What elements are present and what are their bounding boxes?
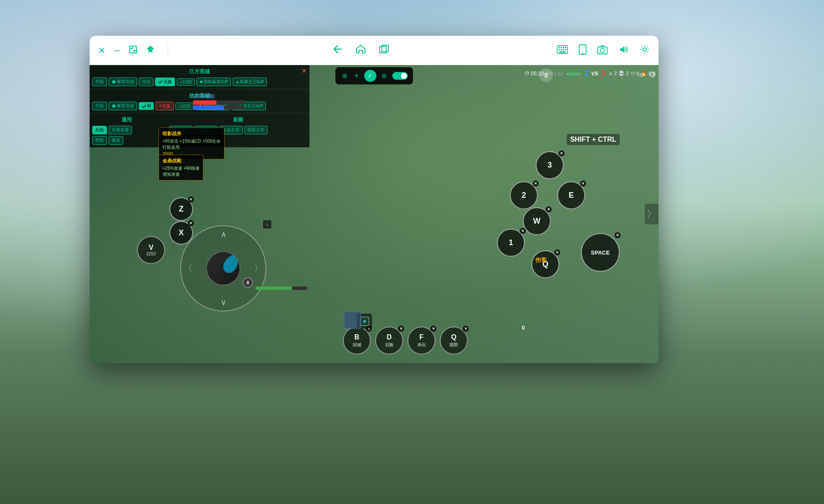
divider xyxy=(168,44,168,57)
joystick-left[interactable]: 〈 xyxy=(184,263,192,274)
space-close[interactable]: ✕ xyxy=(615,232,621,238)
skille-close[interactable]: ✕ xyxy=(580,180,586,187)
btn-monsters[interactable]: 野怪 xyxy=(92,136,107,145)
skill-1-button[interactable]: 1 ✕ xyxy=(497,229,525,257)
hud-grid-icon[interactable]: ⊞ xyxy=(340,72,349,80)
skill-f-button[interactable]: F 净化 ✕ xyxy=(408,327,436,355)
copy-icon[interactable] xyxy=(379,44,389,56)
enemy-health-bar: 项羽[电脑] xyxy=(193,93,245,110)
refresh-title: 刷新 xyxy=(169,115,307,125)
joystick-corner-icon[interactable]: ⤡ xyxy=(262,220,272,229)
joystick-right[interactable]: 〉 xyxy=(254,263,262,274)
svg-rect-14 xyxy=(561,49,562,50)
joystick[interactable]: ∧ ∨ 〈 〉 ⤡ xyxy=(180,225,266,311)
skill3-close[interactable]: ✕ xyxy=(559,150,565,156)
score-vs: VS xyxy=(591,71,598,77)
home-icon[interactable] xyxy=(356,44,366,56)
ally-upgrade-btn[interactable]: 升级 xyxy=(92,78,107,86)
hud-add-icon[interactable]: + xyxy=(353,71,361,81)
svg-rect-1 xyxy=(134,50,137,53)
right-panel-arrow[interactable]: 〉 xyxy=(645,204,659,224)
svg-point-28 xyxy=(363,320,366,323)
enemy-mp-fill xyxy=(193,106,224,110)
screenshot-icon[interactable] xyxy=(597,45,608,56)
tablet-icon[interactable] xyxy=(579,44,587,57)
skill-q-vision-button[interactable]: Q 视野 ✕ xyxy=(440,327,468,355)
item-slot-btn[interactable] xyxy=(344,311,361,329)
joystick-highlight xyxy=(221,252,240,276)
enemy-invincible-btn[interactable]: ✕无敌 xyxy=(156,102,174,110)
skillq-close[interactable]: ✕ xyxy=(554,249,560,255)
hud-check-button[interactable]: ✓ xyxy=(364,70,376,82)
joystick-up[interactable]: ∧ xyxy=(221,230,226,239)
btn-troops[interactable]: 兵线 xyxy=(92,126,107,134)
main-window: ✕ ─ xyxy=(90,36,659,363)
skill-2-button[interactable]: 2 ✕ xyxy=(510,181,538,209)
panel-close-button[interactable]: ✕ xyxy=(301,67,307,75)
skill-b-button[interactable]: B 回城 ✕ xyxy=(343,327,371,355)
ally-buff1-btn[interactable]: 黑暗暮君buff xyxy=(197,78,231,86)
btn-vanguard[interactable]: 先锋来袭 xyxy=(109,126,132,134)
general-row2: 野怪 暴君 xyxy=(92,135,161,146)
tooltip1-title: 暗影战斧 xyxy=(162,131,221,137)
svg-point-22 xyxy=(643,48,646,51)
svg-point-19 xyxy=(582,52,584,53)
minimize-icon[interactable]: ─ xyxy=(114,46,120,56)
ally-cooldown-btn[interactable]: 冷却 xyxy=(139,78,153,86)
skill-w-button[interactable]: W ✕ xyxy=(523,207,551,235)
z-close[interactable]: ✕ xyxy=(188,196,194,202)
skill2-close[interactable]: ✕ xyxy=(533,180,539,187)
pin-icon[interactable] xyxy=(146,45,155,56)
btn-shadow[interactable]: 暗影主宰 xyxy=(244,126,268,134)
divider2 xyxy=(552,44,552,57)
damage-counter: 伤害 xyxy=(535,256,546,264)
item-tooltip-2: 金鼎战靴 +25%攻速 +60移速增加攻速 xyxy=(159,155,203,180)
v-skill-button[interactable]: V 2253 xyxy=(137,236,165,264)
game-settings-icon[interactable]: ⚙ xyxy=(649,69,656,80)
ally-section: 己方英雄 升级 重置等级 冷却 无敌 +1000 黑暗 xyxy=(90,65,309,89)
hud-settings-icon[interactable]: ⚙ xyxy=(380,72,389,80)
keyboard-icon[interactable] xyxy=(557,45,568,56)
joystick-down[interactable]: ∨ xyxy=(221,298,226,307)
q-vision-close[interactable]: ✕ xyxy=(463,326,469,332)
d-close[interactable]: ✕ xyxy=(398,326,404,332)
skill-space-button[interactable]: SPACE ✕ xyxy=(581,233,620,272)
title-bar-nav xyxy=(172,44,548,56)
svg-rect-0 xyxy=(130,46,132,49)
skill-3-button[interactable]: 3 ✕ xyxy=(536,151,564,179)
joystick-knob[interactable] xyxy=(206,251,240,286)
z-skill-button[interactable]: Z ✕ xyxy=(169,197,193,221)
hud-toggle[interactable] xyxy=(392,72,408,80)
svg-point-21 xyxy=(600,48,605,53)
ally-buttons-row: 升级 重置等级 冷却 无敌 +1000 黑暗暮君buff xyxy=(92,77,307,87)
svg-rect-12 xyxy=(565,47,566,48)
back-icon[interactable] xyxy=(331,44,343,56)
enemy-upgrade-btn[interactable]: 升级 xyxy=(92,102,107,110)
ally-invincible-btn[interactable]: 无敌 xyxy=(155,78,175,86)
skill-d-button[interactable]: D 召唤 ✕ xyxy=(375,327,403,355)
svg-rect-16 xyxy=(565,49,566,50)
enemy-mp-bar xyxy=(193,106,245,110)
fullscreen-icon[interactable] xyxy=(129,45,137,56)
pause-button[interactable]: ⏸ xyxy=(539,68,553,82)
enemy-player-name: 项羽[电脑] xyxy=(193,93,245,100)
enemy-reset-btn[interactable]: 重置等级 xyxy=(109,102,137,110)
settings-icon[interactable] xyxy=(640,44,650,57)
enemy-gold-btn[interactable]: +1000 xyxy=(175,103,194,110)
svg-rect-15 xyxy=(563,49,564,50)
ally-gold-btn[interactable]: +1000 xyxy=(177,78,195,86)
menu-list-icon[interactable]: ≡ xyxy=(639,71,643,80)
general-subsection: 通用 兵线 先锋来袭 野怪 暴君 xyxy=(92,115,161,146)
skill1-close[interactable]: ✕ xyxy=(520,228,526,234)
ally-buff2-btn[interactable]: 风暴龙王buff xyxy=(233,78,267,86)
volume-icon[interactable] xyxy=(618,45,629,56)
skill-e-button[interactable]: E ✕ xyxy=(557,181,585,209)
close-icon[interactable]: ✕ xyxy=(98,45,106,56)
f-close[interactable]: ✕ xyxy=(431,326,437,332)
ally-reset-btn[interactable]: 重置等级 xyxy=(109,78,137,86)
enemy-ai-btn[interactable]: AI xyxy=(139,102,154,109)
skill-q-button[interactable]: Q ✕ xyxy=(531,250,559,278)
btn-baron[interactable]: 暴君 xyxy=(109,136,123,145)
skillw-close[interactable]: ✕ xyxy=(546,206,552,212)
enemy-hp-fill xyxy=(193,100,216,105)
